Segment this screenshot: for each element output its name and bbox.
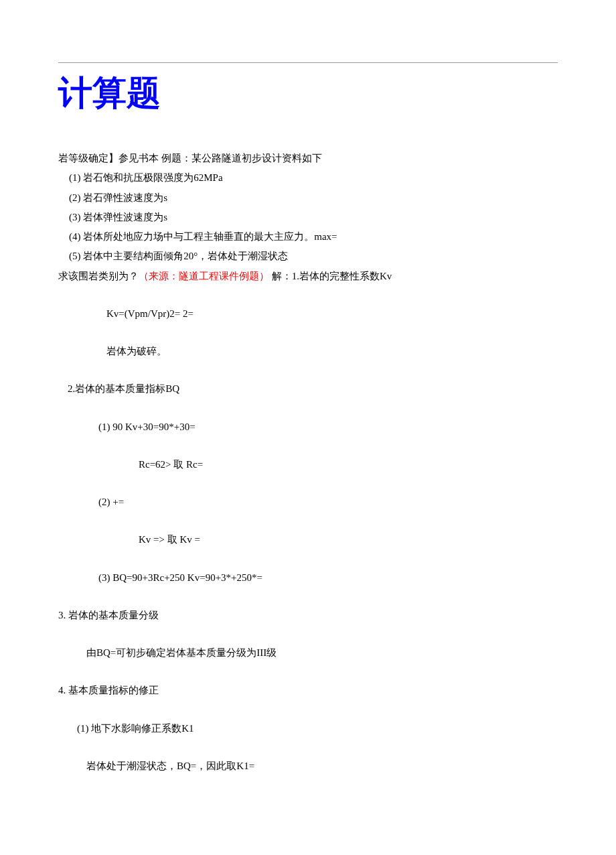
- intro-text: 岩等级确定】参见书本 例题：某公路隧道初步设计资料如下: [58, 149, 558, 168]
- question-line: 求该围岩类别为？（来源：隧道工程课件例题） 解：1.岩体的完整性系数Kv: [58, 267, 558, 286]
- sec2-item-1-note: Rc=62> 取 Rc=: [139, 455, 558, 474]
- given-item-3: (3) 岩体弹性波速度为s: [69, 208, 558, 227]
- source-label: （来源：隧道工程课件例题）: [139, 271, 269, 281]
- sec2-item-3: (3) BQ=90+3Rc+250 Kv=90+3*+250*=: [98, 568, 558, 588]
- sec2-item-2: (2) +=: [98, 492, 558, 512]
- given-item-1: (1) 岩石饱和抗压极限强度为62MPa: [69, 168, 558, 188]
- sec2-title: 2.岩体的基本质量指标BQ: [68, 379, 558, 399]
- sec2-item-2-note: Kv => 取 Kv =: [139, 530, 558, 549]
- document-page: 计算题 岩等级确定】参见书本 例题：某公路隧道初步设计资料如下 (1) 岩石饱和…: [0, 0, 616, 816]
- body-content: 岩等级确定】参见书本 例题：某公路隧道初步设计资料如下 (1) 岩石饱和抗压极限…: [58, 149, 558, 776]
- sec3-title: 3. 岩体的基本质量分级: [58, 606, 558, 625]
- question-prefix: 求该围岩类别为？: [58, 271, 139, 281]
- sec2-item-1: (1) 90 Kv+30=90*+30=: [98, 417, 558, 437]
- page-title: 计算题: [58, 70, 558, 117]
- kv-formula: Kv=(Vpm/Vpr)2= 2=: [106, 304, 558, 324]
- kv-conclusion: 岩体为破碎。: [106, 342, 558, 361]
- solution-start: 解：1.岩体的完整性系数Kv: [269, 271, 392, 281]
- top-rule: [58, 62, 558, 63]
- given-item-5: (5) 岩体中主要结构面倾角20°，岩体处于潮湿状态: [69, 247, 558, 266]
- sec3-body: 由BQ=可初步确定岩体基本质量分级为III级: [86, 643, 558, 663]
- given-item-4: (4) 岩体所处地应力场中与工程主轴垂直的最大主应力。max=: [69, 227, 558, 247]
- sec4-item-1: (1) 地下水影响修正系数K1: [77, 719, 558, 738]
- sec4-item-1-note: 岩体处于潮湿状态，BQ=，因此取K1=: [86, 757, 558, 776]
- given-item-2: (2) 岩石弹性波速度为s: [69, 188, 558, 208]
- sec4-title: 4. 基本质量指标的修正: [58, 681, 558, 700]
